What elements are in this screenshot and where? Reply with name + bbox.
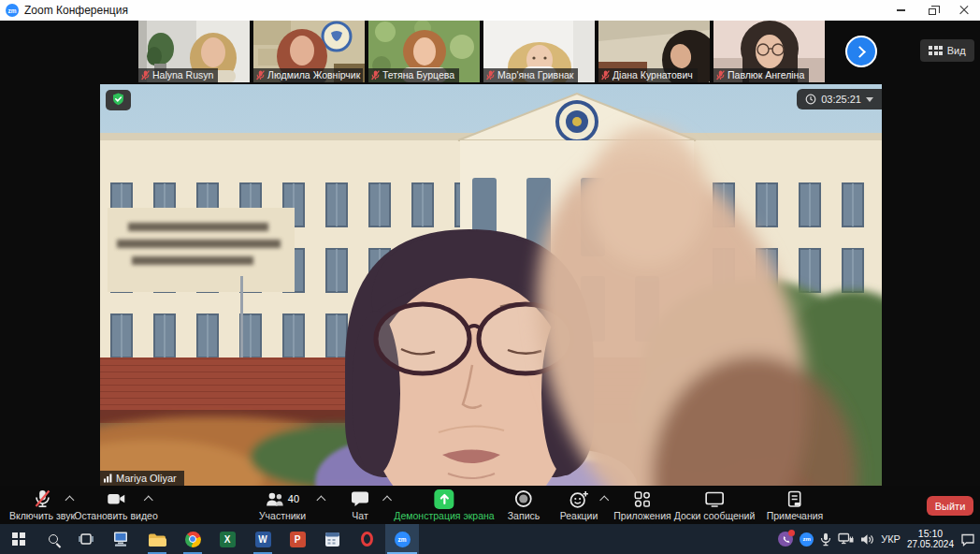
main-video-feed <box>100 84 882 486</box>
notes-icon <box>786 490 803 508</box>
mic-muted-icon <box>256 70 265 80</box>
excel-icon[interactable]: X <box>216 528 238 550</box>
chevron-up-icon[interactable] <box>144 496 153 505</box>
calculator-app-icon <box>324 532 340 547</box>
word-logo-icon: W <box>255 532 271 547</box>
participant-name-tag: Тетяна Бурцева <box>368 68 459 82</box>
computer-icon <box>112 531 129 547</box>
chevron-right-icon <box>854 46 866 58</box>
leave-button[interactable]: Выйти <box>927 496 973 516</box>
participants-label: Участники <box>259 510 306 521</box>
close-button[interactable] <box>948 0 980 21</box>
share-screen-label: Демонстрация экрана <box>394 510 494 521</box>
close-icon <box>958 5 970 16</box>
meeting-timer[interactable]: 03:25:21 <box>797 89 882 109</box>
reactions-label: Реакции <box>560 510 598 521</box>
chat-button[interactable]: Чат <box>352 489 369 522</box>
participant-thumbnail[interactable]: Людмила Жовнірчик <box>253 21 365 82</box>
running-indicator <box>183 552 202 554</box>
notes-label: Примечания <box>767 510 824 521</box>
participant-thumbnail[interactable]: Діана Курнатович <box>598 21 710 82</box>
unmute-label: Включить звук <box>9 510 75 521</box>
task-view-icon <box>78 532 94 547</box>
participant-name: Мар'яна Гривнак <box>497 68 573 82</box>
clock-icon <box>805 94 816 105</box>
view-grid-icon <box>929 46 942 54</box>
record-label: Запись <box>508 510 540 521</box>
word-icon[interactable]: W <box>252 528 274 550</box>
participant-name: Halyna Rusyn <box>152 68 213 82</box>
viber-tray-icon[interactable] <box>778 532 793 547</box>
chevron-up-icon[interactable] <box>382 496 392 505</box>
maximize-button[interactable] <box>916 0 948 21</box>
restore-icon <box>929 8 936 15</box>
security-shield-button[interactable] <box>106 90 131 114</box>
zoom-taskbar-icon[interactable]: zm <box>391 528 413 550</box>
action-center-button[interactable] <box>960 532 975 547</box>
participant-thumbnail[interactable]: Тетяна Бурцева <box>368 21 480 82</box>
record-button[interactable]: Запись <box>508 489 540 522</box>
zoom-app-icon: zm <box>6 4 19 17</box>
participants-button[interactable]: 40 Участники <box>259 489 306 522</box>
timer-value: 03:25:21 <box>821 94 861 105</box>
participants-icon <box>266 491 283 507</box>
pc-app-icon[interactable] <box>109 528 132 550</box>
participants-count: 40 <box>288 493 299 504</box>
search-icon <box>49 534 58 544</box>
calculator-icon[interactable] <box>321 528 343 550</box>
view-button-label: Вид <box>947 45 966 56</box>
participant-name-tag: Людмила Жовнірчик <box>253 68 363 82</box>
participant-name-tag: Halyna Rusyn <box>138 68 218 82</box>
mic-muted-icon <box>716 70 725 80</box>
participant-name: Людмила Жовнірчик <box>267 68 360 82</box>
volume-tray-icon[interactable] <box>860 533 874 546</box>
running-indicator <box>253 552 272 554</box>
participant-name-tag: Діана Курнатович <box>598 68 698 82</box>
view-button[interactable]: Вид <box>920 39 974 62</box>
chrome-icon[interactable] <box>181 528 204 550</box>
start-button[interactable] <box>7 528 30 550</box>
apps-button[interactable]: Приложения <box>613 489 670 522</box>
stop-video-button[interactable]: Остановить видео <box>74 489 157 522</box>
chevron-down-icon <box>866 97 873 106</box>
file-explorer-icon[interactable] <box>146 528 168 550</box>
windows-taskbar: X W P zm zm <box>0 524 980 554</box>
mic-muted-icon <box>371 70 380 80</box>
folder-icon <box>148 532 166 547</box>
zoom-tray-icon[interactable]: zm <box>800 532 814 547</box>
chevron-up-icon[interactable] <box>65 496 75 505</box>
minimize-button[interactable] <box>885 0 916 21</box>
task-view-button[interactable] <box>75 528 97 550</box>
powerpoint-logo-icon: P <box>290 532 306 547</box>
shield-check-icon <box>106 90 131 110</box>
whiteboards-button[interactable]: Доски сообщений <box>674 489 756 522</box>
clock-tray[interactable]: 15:10 27.05.2024 <box>907 528 954 550</box>
network-tray-icon[interactable] <box>838 532 854 546</box>
powerpoint-icon[interactable]: P <box>286 528 309 550</box>
language-indicator[interactable]: УКР <box>881 533 901 545</box>
search-button[interactable] <box>42 528 65 550</box>
running-indicator <box>148 552 166 554</box>
chevron-up-icon[interactable] <box>600 496 610 505</box>
participant-thumbnail[interactable]: Halyna Rusyn <box>138 21 250 82</box>
next-participants-button[interactable] <box>845 36 877 67</box>
whiteboard-icon <box>705 490 725 507</box>
participant-thumbnail[interactable]: Мар'яна Гривнак <box>483 21 595 82</box>
opera-icon[interactable] <box>355 528 378 550</box>
chevron-up-icon[interactable] <box>317 496 326 505</box>
mic-tray-icon[interactable] <box>820 532 831 547</box>
chrome-logo-icon <box>185 532 201 547</box>
zoom-window: zm Zoom Конференция Halyna Rusy <box>0 0 980 554</box>
running-indicator <box>387 552 417 554</box>
audio-level-icon <box>104 474 112 483</box>
unmute-button[interactable]: Включить звук <box>9 489 75 522</box>
whiteboards-label: Доски сообщений <box>674 510 756 521</box>
notes-button[interactable]: Примечания <box>767 489 824 522</box>
reactions-button[interactable]: Реакции <box>560 489 598 522</box>
mic-muted-icon <box>486 70 495 80</box>
participant-name: Тетяна Бурцева <box>382 68 454 82</box>
window-title: Zoom Конференция <box>24 4 128 17</box>
reactions-smiley-icon <box>569 490 589 508</box>
participant-thumbnail[interactable]: Павлюк Ангеліна <box>713 21 825 82</box>
share-screen-button[interactable]: Демонстрация экрана <box>394 489 494 522</box>
